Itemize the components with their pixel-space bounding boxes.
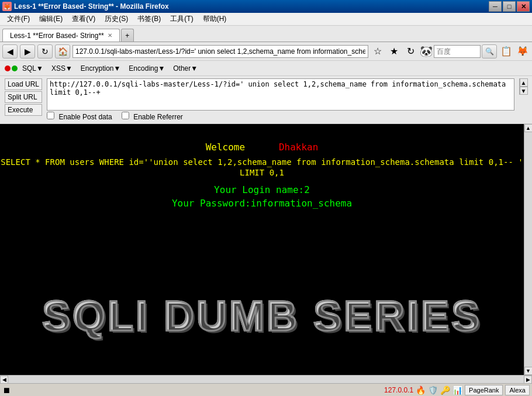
password-line: Your Password:information_schema bbox=[172, 198, 352, 209]
scroll-left-arrow[interactable]: ◀ bbox=[0, 376, 8, 384]
panda-icon: 🐼 bbox=[420, 45, 433, 58]
split-url-button[interactable]: Split URL bbox=[5, 91, 42, 103]
execute-button[interactable]: Execute bbox=[5, 104, 42, 116]
search-button[interactable]: 🔍 bbox=[482, 44, 497, 58]
home-icon: 🏠 bbox=[58, 47, 68, 56]
hackbar-main-row: Load URL Split URL Execute http://127.0.… bbox=[5, 78, 527, 121]
close-button[interactable]: ✕ bbox=[517, 1, 530, 12]
minimize-button[interactable]: ─ bbox=[489, 1, 502, 12]
menu-tools[interactable]: 工具(T) bbox=[165, 13, 198, 25]
rank-icon: 📊 bbox=[452, 385, 462, 395]
refresh-icon[interactable]: ↻ bbox=[403, 44, 417, 58]
hackbar-url-textarea[interactable]: http://127.0.0.1/sqli-labs-master/Less-1… bbox=[47, 78, 514, 111]
tab-close-icon[interactable]: ✕ bbox=[108, 32, 112, 39]
menu-bar: 文件(F) 编辑(E) 查看(V) 历史(S) 书签(B) 工具(T) 帮助(H… bbox=[0, 13, 532, 26]
sidebar-icon[interactable]: 📋 bbox=[499, 44, 513, 58]
status-bar: ⏹ 127.0.0.1 🔥 🛡️ 🔑 📊 PageRank Alexa bbox=[0, 383, 532, 396]
status-dot-green bbox=[12, 66, 18, 71]
menu-help[interactable]: 帮助(H) bbox=[198, 13, 232, 25]
main-scrollbar[interactable]: ▲ ▼ bbox=[524, 124, 532, 375]
limit-line: LIMIT 0,1 bbox=[240, 168, 284, 177]
hackbar-buttons-column: Load URL Split URL Execute bbox=[5, 78, 42, 116]
status-left: ⏹ bbox=[2, 385, 15, 395]
pagerank-badge: PageRank bbox=[465, 385, 503, 395]
main-scroll-down[interactable]: ▼ bbox=[524, 367, 533, 375]
status-loading-icon: ⏹ bbox=[2, 385, 11, 395]
main-scroll-up[interactable]: ▲ bbox=[524, 124, 533, 132]
maximize-button[interactable]: □ bbox=[503, 1, 516, 12]
scroll-up-arrow[interactable]: ▲ bbox=[520, 78, 528, 87]
enable-referrer-label[interactable]: Enable Referrer bbox=[122, 112, 183, 121]
menu-file[interactable]: 文件(F) bbox=[2, 13, 34, 25]
menu-history[interactable]: 历史(S) bbox=[100, 13, 133, 25]
firedog-icon: 🔥 bbox=[416, 385, 426, 395]
content-area: Welcome Dhakkan SELECT * FROM users WHER… bbox=[0, 124, 532, 375]
nav-icon-extra[interactable]: 🦊 bbox=[516, 44, 530, 58]
menu-view[interactable]: 查看(V) bbox=[67, 13, 100, 25]
welcome-block: Welcome Dhakkan bbox=[206, 142, 319, 153]
welcome-label: Welcome Dhakkan bbox=[206, 142, 319, 153]
enable-post-checkbox[interactable] bbox=[47, 112, 54, 119]
browser-window: 🦊 Less-1 **Error Based- String** - Mozil… bbox=[0, 0, 532, 396]
query-line: SELECT * FROM users WHERE id=''union sel… bbox=[1, 157, 523, 167]
hackbar-url-wrap: http://127.0.0.1/sqli-labs-master/Less-1… bbox=[47, 78, 514, 121]
tab-bar: Less-1 **Error Based- String** ✕ + bbox=[0, 26, 532, 42]
title-bar-left: 🦊 Less-1 **Error Based- String** - Mozil… bbox=[2, 2, 169, 11]
back-button[interactable]: ◀ bbox=[2, 44, 18, 58]
ip-address: 127.0.0.1 bbox=[384, 386, 413, 394]
shield-icon: 🛡️ bbox=[428, 385, 438, 395]
browser-icon: 🦊 bbox=[2, 2, 12, 11]
sqli-dumb-series-title: SQLI DUMB SERIES bbox=[0, 292, 524, 340]
forward-button[interactable]: ▶ bbox=[20, 44, 35, 58]
sql-menu-button[interactable]: SQL▼ bbox=[19, 63, 47, 74]
alexa-badge: Alexa bbox=[505, 385, 530, 395]
title-bar: 🦊 Less-1 **Error Based- String** - Mozil… bbox=[0, 0, 532, 13]
scrollbar[interactable]: ▲ ▼ bbox=[519, 78, 527, 95]
title-bar-buttons: ─ □ ✕ bbox=[489, 1, 530, 12]
login-name-line: Your Login name:2 bbox=[214, 184, 310, 195]
star-icon[interactable]: ☆ bbox=[371, 44, 385, 58]
key-icon: 🔑 bbox=[440, 385, 450, 395]
xss-menu-button[interactable]: XSS▼ bbox=[48, 63, 76, 74]
encryption-menu-button[interactable]: Encryption▼ bbox=[77, 63, 125, 74]
hackbar-options: Enable Post data Enable Referrer bbox=[47, 112, 514, 121]
status-dot-red bbox=[5, 66, 11, 71]
address-bar[interactable] bbox=[72, 45, 368, 58]
welcome-name: Dhakkan bbox=[279, 142, 318, 153]
search-input[interactable] bbox=[434, 45, 481, 58]
encoding-menu-button[interactable]: Encoding▼ bbox=[125, 63, 168, 74]
menu-edit[interactable]: 编辑(E) bbox=[34, 13, 67, 25]
home-button[interactable]: 🏠 bbox=[55, 44, 70, 58]
tab-main[interactable]: Less-1 **Error Based- String** ✕ bbox=[2, 29, 120, 42]
new-tab-button[interactable]: + bbox=[121, 29, 134, 42]
horizontal-scrollbar[interactable]: ◀ ▶ bbox=[0, 375, 532, 383]
nav-bar: ◀ ▶ ↻ 🏠 ☆ ★ ↻ 🐼 🔍 📋 🦊 bbox=[0, 42, 532, 61]
hackbar-area: Load URL Split URL Execute http://127.0.… bbox=[0, 76, 532, 124]
enable-post-label[interactable]: Enable Post data bbox=[47, 112, 112, 121]
tab-label: Less-1 **Error Based- String** bbox=[10, 32, 104, 40]
reload-button[interactable]: ↻ bbox=[37, 44, 53, 58]
bookmark-icon[interactable]: ★ bbox=[387, 44, 401, 58]
enable-referrer-checkbox[interactable] bbox=[122, 112, 129, 119]
content-main: Welcome Dhakkan SELECT * FROM users WHER… bbox=[0, 124, 524, 375]
load-url-button[interactable]: Load URL bbox=[5, 78, 42, 90]
menu-bookmarks[interactable]: 书签(B) bbox=[133, 13, 165, 25]
other-menu-button[interactable]: Other▼ bbox=[170, 63, 201, 74]
status-right: 127.0.0.1 🔥 🛡️ 🔑 📊 PageRank Alexa bbox=[384, 385, 530, 395]
main-content: Welcome Dhakkan SELECT * FROM users WHER… bbox=[0, 124, 524, 375]
scroll-right-arrow[interactable]: ▶ bbox=[524, 376, 532, 384]
window-title: Less-1 **Error Based- String** - Mozilla… bbox=[14, 2, 169, 11]
plugin-bar: SQL▼ XSS▼ Encryption▼ Encoding▼ Other▼ bbox=[0, 61, 532, 76]
scroll-down-arrow[interactable]: ▼ bbox=[520, 87, 528, 95]
